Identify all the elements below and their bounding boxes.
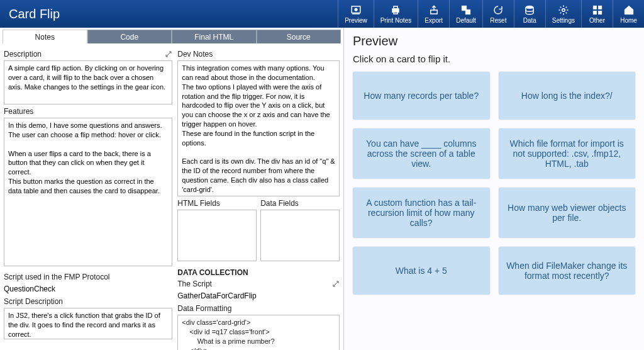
- home-button[interactable]: Home: [613, 0, 644, 28]
- default-icon: [460, 4, 472, 16]
- flip-card[interactable]: How long is the index?/: [499, 72, 636, 120]
- default-button[interactable]: Default: [449, 0, 482, 28]
- svg-point-8: [526, 6, 533, 9]
- header-toolbar: Preview Print Notes Export Default Reset…: [338, 0, 644, 28]
- data-fields-textarea[interactable]: [260, 210, 340, 261]
- data-icon: [524, 4, 535, 16]
- script-desc-textarea[interactable]: [4, 308, 172, 339]
- features-label: Features: [4, 107, 172, 116]
- preview-icon: [350, 4, 362, 16]
- tab-source[interactable]: Source: [257, 30, 341, 43]
- other-icon: [592, 4, 603, 16]
- reset-icon: [492, 4, 504, 16]
- reset-button[interactable]: Reset: [482, 0, 514, 28]
- the-script-input[interactable]: [177, 290, 340, 302]
- html-fields-textarea[interactable]: [177, 210, 257, 261]
- app-header: Card Flip Preview Print Notes Export Def…: [0, 0, 644, 28]
- svg-point-9: [562, 8, 565, 11]
- flip-card[interactable]: When did FileMaker change its format mos…: [499, 247, 636, 295]
- svg-point-1: [355, 8, 358, 11]
- description-label: Description: [4, 50, 172, 59]
- data-formatting-label: Data Formatting: [177, 304, 340, 313]
- description-textarea[interactable]: [4, 60, 172, 104]
- expand-icon[interactable]: [332, 280, 340, 288]
- data-button[interactable]: Data: [514, 0, 545, 28]
- card-grid: How many records per table? How long is …: [353, 72, 635, 295]
- tab-final-html[interactable]: Final HTML: [172, 30, 257, 43]
- html-fields-label: HTML Fields: [177, 199, 257, 208]
- devnotes-label: Dev Notes: [177, 50, 340, 59]
- print-notes-button[interactable]: Print Notes: [374, 0, 418, 28]
- print-icon: [390, 4, 401, 16]
- the-script-label: The Script: [177, 279, 340, 288]
- devnotes-textarea[interactable]: [177, 60, 340, 196]
- flip-card[interactable]: How many records per table?: [353, 72, 490, 120]
- export-button[interactable]: Export: [418, 0, 449, 28]
- preview-title: Preview: [353, 34, 635, 48]
- svg-rect-5: [430, 10, 437, 14]
- flip-card[interactable]: A custom function has a tail-recursion l…: [353, 188, 490, 238]
- flip-card[interactable]: What is 4 + 5: [353, 247, 490, 295]
- export-icon: [428, 4, 440, 16]
- data-formatting-box[interactable]: <div class='card-grid'> <div id =q17 cla…: [177, 315, 340, 350]
- preview-button[interactable]: Preview: [338, 0, 374, 28]
- app-title: Card Flip: [0, 7, 69, 21]
- data-collection-label: DATA COLLECTION: [177, 268, 340, 277]
- flip-card[interactable]: You can have ____ columns across the scr…: [353, 128, 490, 179]
- svg-rect-7: [465, 9, 470, 14]
- settings-icon: [558, 4, 569, 16]
- preview-instruction: Click on a card to flip it.: [353, 54, 635, 64]
- expand-icon[interactable]: [165, 50, 172, 58]
- tab-bar: Notes Code Final HTML Source: [3, 30, 341, 43]
- home-icon: [623, 4, 635, 16]
- tab-code[interactable]: Code: [87, 30, 172, 43]
- svg-rect-10: [593, 6, 596, 9]
- data-fields-label: Data Fields: [260, 199, 340, 208]
- svg-rect-13: [598, 11, 601, 14]
- settings-button[interactable]: Settings: [545, 0, 581, 28]
- svg-rect-11: [598, 6, 601, 9]
- svg-rect-3: [394, 6, 397, 9]
- script-used-label: Script used in the FMP Protocol: [4, 273, 172, 281]
- flip-card[interactable]: Which file format for import is not supp…: [499, 128, 636, 179]
- script-used-input[interactable]: [4, 283, 172, 295]
- features-textarea[interactable]: [4, 118, 172, 266]
- script-desc-label: Script Description: [4, 297, 172, 306]
- preview-pane: Preview Click on a card to flip it. How …: [344, 28, 644, 350]
- svg-rect-12: [593, 11, 596, 14]
- flip-card[interactable]: How many web viewer objects per file.: [499, 188, 636, 238]
- other-button[interactable]: Other: [581, 0, 613, 28]
- tab-notes[interactable]: Notes: [3, 30, 87, 43]
